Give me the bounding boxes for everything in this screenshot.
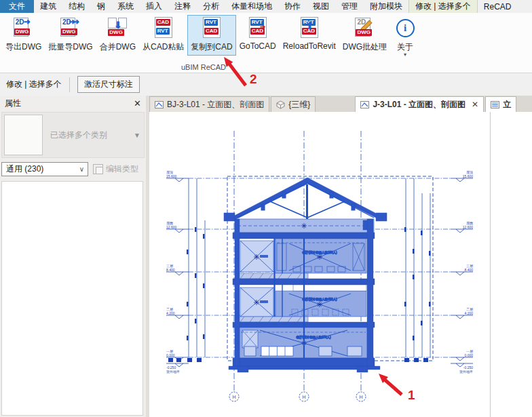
close-tab-icon[interactable]: ✕ [472,100,478,109]
view-tab-strip: BJ-3-L01 - 立面图、剖面图 {三维} J-3-L01 - 立面图、剖面… [149,96,532,112]
chevron-down-icon: ∨ [76,165,88,173]
menu-tab-manage[interactable]: 管理 [335,0,364,13]
type-preview-thumbnail [4,115,43,155]
room-label: 餐厅(设计容纳人数370人) [296,335,331,339]
elevation-view-icon [360,100,369,109]
ribbon-button-label: DWG批处理 [343,41,387,53]
menu-tab-structure[interactable]: 结构 [62,0,91,13]
ribbon-button-label: 从CAD粘贴 [142,41,184,53]
svg-text:0.000: 0.000 [464,353,473,357]
export-dwg-button[interactable]: 2D ➜ DWG 导出DWG [2,15,45,56]
svg-text:12.600: 12.600 [166,225,177,229]
modify-options-bar: 修改 | 选择多个 激活尺寸标注 [0,73,532,96]
application-window: 文件 建筑 结构 钢 系统 插入 注释 分析 体量和场地 协作 视图 管理 附加… [0,0,532,417]
view-tab-bj-3-l01[interactable]: BJ-3-L01 - 立面图、剖面图 [149,96,269,112]
right-wall [367,219,373,366]
schedule-view-icon [491,100,499,109]
grid-bubble-label: H [232,395,235,399]
about-button[interactable]: i 关于 ▾ [390,15,420,60]
grid-bubble-label: H [359,395,362,399]
ribbon-button-label: 批量导DWG [48,41,92,53]
ribbon-button-label: GoToCAD [240,41,276,51]
menu-tab-file[interactable]: 文件 [0,0,34,13]
menu-tab-annotate[interactable]: 注释 [168,0,197,13]
paste-from-cad-button[interactable]: CAD RVT 从CAD粘贴 [139,15,187,56]
svg-text:8.400: 8.400 [166,268,175,272]
properties-list-empty [1,181,143,416]
ribbon-panel: 2D ➜ DWG 导出DWG 2D ➜ ➜ DWG 批量导DWG [0,13,532,73]
ribbon-button-label: ReloadToRevit [283,41,336,51]
copy-to-cad-icon: RVT CAD [200,17,223,40]
go-to-cad-button[interactable]: RVT ➜ CAD GoToCAD [236,15,280,54]
edit-type-icon [93,164,103,174]
paste-from-cad-icon: CAD RVT [152,17,175,40]
copy-to-cad-button[interactable]: RVT CAD 复制到CAD [187,15,235,56]
export-dwg-icon: 2D ➜ DWG [12,17,35,40]
svg-text:4.200: 4.200 [464,311,473,315]
menu-bar: 文件 建筑 结构 钢 系统 插入 注释 分析 体量和场地 协作 视图 管理 附加… [0,0,532,14]
menu-tab-view[interactable]: 视图 [307,0,335,13]
menu-tab-massing-site[interactable]: 体量和场地 [225,0,278,13]
room-label: 餐厅(设计容纳人数280人) [302,250,337,254]
svg-text:室外地坪: 室外地坪 [166,370,180,374]
ribbon-button-label: 导出DWG [5,41,41,53]
reload-to-revit-button[interactable]: RVT CAD ⬆ ReloadToRevit [280,15,339,54]
menu-tab-modify-multiselect[interactable]: 修改 | 选择多个 [408,0,478,13]
menu-tab-systems[interactable]: 系统 [111,0,140,13]
svg-text:15.600: 15.600 [463,174,474,178]
modify-mode-label: 修改 | 选择多个 [0,79,62,90]
close-icon[interactable]: ✕ [134,98,141,108]
edit-type-button[interactable]: 编辑类型 [93,163,138,175]
properties-palette: 属性 ✕ 已选择多个类别 ▼ 通用 (230) ∨ 编辑类型 [0,96,146,417]
svg-text:15.600: 15.600 [166,174,177,178]
chevron-down-icon[interactable]: ▾ [404,53,406,57]
svg-text:0.000: 0.000 [166,353,175,357]
separator [69,77,70,92]
svg-text:室外地坪: 室外地坪 [459,370,473,374]
room-label: 餐厅(设计容纳人数400人) [302,297,337,301]
grid-bubble-label: H [302,395,305,399]
view-tab-3d[interactable]: {三维} [271,96,316,112]
properties-title: 属性 [5,98,21,109]
view-tab-schedule-partial[interactable]: 立 [485,96,516,112]
left-wall [235,219,240,366]
properties-filter-dropdown[interactable]: 通用 (230) ∨ [1,162,88,176]
drawing-canvas[interactable]: H H H [149,112,490,417]
batch-export-dwg-icon: 2D ➜ ➜ DWG [59,17,82,40]
type-selector-label: 已选择多个类别 [45,113,134,157]
merge-dwg-button[interactable]: ⬇ DWG 合并DWG [96,15,139,56]
dwg-batch-button[interactable]: 2D DWG DWG批处理 [339,15,390,56]
svg-text:8.400: 8.400 [464,268,473,272]
level-markers-right[interactable]: 屋顶15.600 屋面12.600 三层8.400 二层4.200 一层0.00… [451,170,473,374]
menu-tab-architecture[interactable]: 建筑 [34,0,62,13]
batch-export-dwg-button[interactable]: 2D ➜ ➜ DWG 批量导DWG [45,15,96,56]
secondary-view-canvas[interactable] [490,112,532,417]
ribbon-button-label: 复制到CAD [191,41,232,53]
level-markers-left[interactable]: 屋顶15.600 屋面12.600 三层8.400 二层4.200 一层0.00… [166,170,189,374]
dwg-batch-icon: 2D DWG [353,17,376,40]
activate-dimensions-button[interactable]: 激活尺寸标注 [77,76,140,93]
svg-text:4.200: 4.200 [166,311,175,315]
menu-tab-collaborate[interactable]: 协作 [278,0,307,13]
ribbon-group-label: uBIM ReCAD [0,63,407,71]
section-drawing: H H H [149,112,490,417]
menu-tab-insert[interactable]: 插入 [140,0,168,13]
building-section[interactable]: 餐厅(设计容纳人数280人) [224,178,387,372]
svg-text:12.600: 12.600 [463,225,474,229]
about-info-icon: i [394,17,417,40]
reload-to-revit-icon: RVT CAD ⬆ [298,17,321,40]
3d-view-icon [276,100,285,109]
menu-tab-recad[interactable]: ReCAD [478,0,518,13]
menu-tab-addins[interactable]: 附加模块 [364,0,408,13]
chevron-down-icon[interactable]: ▼ [134,113,144,157]
merge-dwg-icon: ⬇ DWG [106,17,129,40]
menu-tab-steel[interactable]: 钢 [91,0,111,13]
type-selector[interactable]: 已选择多个类别 ▼ [1,112,145,158]
elevation-view-icon [155,100,164,109]
go-to-cad-icon: RVT ➜ CAD [246,17,269,40]
view-tab-j-3-l01-active[interactable]: J-3-L01 - 立面图、剖面图 ✕ [355,96,484,112]
menu-tab-analyze[interactable]: 分析 [197,0,225,13]
ribbon-button-label: 合并DWG [100,41,136,53]
